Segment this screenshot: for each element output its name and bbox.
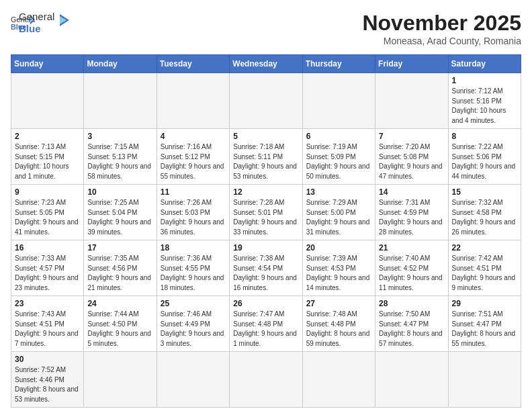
calendar-cell: 3Sunrise: 7:15 AM Sunset: 5:13 PM Daylig… <box>84 129 157 185</box>
calendar-cell: 10Sunrise: 7:25 AM Sunset: 5:04 PM Dayli… <box>84 185 157 240</box>
calendar-cell: 20Sunrise: 7:39 AM Sunset: 4:53 PM Dayli… <box>302 240 375 296</box>
day-number: 28 <box>379 299 444 308</box>
day-info: Sunrise: 7:38 AM Sunset: 4:54 PM Dayligh… <box>233 254 298 293</box>
day-number: 14 <box>379 187 444 197</box>
calendar-cell <box>230 352 302 408</box>
title-block: November 2025 Moneasa, Arad County, Roma… <box>362 11 521 46</box>
calendar-cell <box>375 73 448 129</box>
day-info: Sunrise: 7:40 AM Sunset: 4:52 PM Dayligh… <box>379 254 444 293</box>
calendar-cell: 23Sunrise: 7:43 AM Sunset: 4:51 PM Dayli… <box>11 296 84 352</box>
weekday-header-sunday: Sunday <box>11 55 84 73</box>
day-number: 29 <box>452 299 517 308</box>
weekday-header-wednesday: Wednesday <box>230 55 302 73</box>
calendar-cell <box>157 73 229 129</box>
calendar-cell: 12Sunrise: 7:28 AM Sunset: 5:01 PM Dayli… <box>230 185 302 240</box>
day-number: 26 <box>233 299 298 308</box>
calendar-cell <box>302 73 375 129</box>
day-info: Sunrise: 7:26 AM Sunset: 5:03 PM Dayligh… <box>161 198 226 237</box>
day-number: 5 <box>233 132 298 141</box>
calendar-cell: 2Sunrise: 7:13 AM Sunset: 5:15 PM Daylig… <box>11 129 84 185</box>
calendar-cell: 30Sunrise: 7:52 AM Sunset: 4:46 PM Dayli… <box>11 352 84 408</box>
day-info: Sunrise: 7:42 AM Sunset: 4:51 PM Dayligh… <box>452 254 517 293</box>
day-info: Sunrise: 7:52 AM Sunset: 4:46 PM Dayligh… <box>15 365 80 404</box>
calendar-cell: 19Sunrise: 7:38 AM Sunset: 4:54 PM Dayli… <box>230 240 302 296</box>
day-number: 6 <box>306 132 371 141</box>
calendar-week-row: 30Sunrise: 7:52 AM Sunset: 4:46 PM Dayli… <box>11 352 521 408</box>
day-number: 27 <box>306 299 371 308</box>
day-number: 20 <box>306 243 371 253</box>
location-subtitle: Moneasa, Arad County, Romania <box>362 36 521 46</box>
calendar-cell: 28Sunrise: 7:50 AM Sunset: 4:47 PM Dayli… <box>375 296 448 352</box>
day-number: 8 <box>452 132 517 141</box>
day-number: 24 <box>87 299 152 308</box>
calendar-cell: 14Sunrise: 7:31 AM Sunset: 4:59 PM Dayli… <box>375 185 448 240</box>
calendar-cell <box>84 73 157 129</box>
day-number: 7 <box>379 132 444 141</box>
day-info: Sunrise: 7:25 AM Sunset: 5:04 PM Dayligh… <box>87 198 152 237</box>
day-number: 4 <box>161 132 226 141</box>
calendar-cell <box>448 352 521 408</box>
day-info: Sunrise: 7:29 AM Sunset: 5:00 PM Dayligh… <box>306 198 371 237</box>
day-number: 11 <box>161 187 226 197</box>
calendar-cell: 1Sunrise: 7:12 AM Sunset: 5:16 PM Daylig… <box>448 73 521 129</box>
day-number: 12 <box>233 187 298 197</box>
logo: General Blue General Blue <box>11 11 71 35</box>
day-number: 3 <box>87 132 152 141</box>
day-info: Sunrise: 7:32 AM Sunset: 4:58 PM Dayligh… <box>452 198 517 237</box>
day-info: Sunrise: 7:51 AM Sunset: 4:47 PM Dayligh… <box>452 310 517 349</box>
logo-general-text: General <box>19 11 54 23</box>
calendar-cell: 5Sunrise: 7:18 AM Sunset: 5:11 PM Daylig… <box>230 129 302 185</box>
day-info: Sunrise: 7:22 AM Sunset: 5:06 PM Dayligh… <box>452 142 517 181</box>
day-info: Sunrise: 7:48 AM Sunset: 4:48 PM Dayligh… <box>306 310 371 349</box>
day-info: Sunrise: 7:43 AM Sunset: 4:51 PM Dayligh… <box>15 310 80 349</box>
calendar-cell: 18Sunrise: 7:36 AM Sunset: 4:55 PM Dayli… <box>157 240 229 296</box>
calendar-cell: 22Sunrise: 7:42 AM Sunset: 4:51 PM Dayli… <box>448 240 521 296</box>
day-info: Sunrise: 7:36 AM Sunset: 4:55 PM Dayligh… <box>161 254 226 293</box>
day-info: Sunrise: 7:33 AM Sunset: 4:57 PM Dayligh… <box>15 254 80 293</box>
day-info: Sunrise: 7:18 AM Sunset: 5:11 PM Dayligh… <box>233 142 298 181</box>
day-number: 19 <box>233 243 298 253</box>
calendar-table: SundayMondayTuesdayWednesdayThursdayFrid… <box>11 54 521 408</box>
calendar-cell: 11Sunrise: 7:26 AM Sunset: 5:03 PM Dayli… <box>157 185 229 240</box>
day-number: 30 <box>15 355 80 364</box>
logo-blue-text: Blue <box>19 23 54 35</box>
calendar-cell: 27Sunrise: 7:48 AM Sunset: 4:48 PM Dayli… <box>302 296 375 352</box>
calendar-cell: 21Sunrise: 7:40 AM Sunset: 4:52 PM Dayli… <box>375 240 448 296</box>
calendar-cell <box>84 352 157 408</box>
calendar-cell: 6Sunrise: 7:19 AM Sunset: 5:09 PM Daylig… <box>302 129 375 185</box>
day-info: Sunrise: 7:35 AM Sunset: 4:56 PM Dayligh… <box>87 254 152 293</box>
day-number: 22 <box>452 243 517 253</box>
day-info: Sunrise: 7:12 AM Sunset: 5:16 PM Dayligh… <box>452 87 517 126</box>
calendar-cell <box>230 73 302 129</box>
weekday-header-friday: Friday <box>375 55 448 73</box>
day-number: 2 <box>15 132 80 141</box>
calendar-cell: 13Sunrise: 7:29 AM Sunset: 5:00 PM Dayli… <box>302 185 375 240</box>
day-number: 23 <box>15 299 80 308</box>
day-number: 17 <box>87 243 152 253</box>
calendar-cell: 16Sunrise: 7:33 AM Sunset: 4:57 PM Dayli… <box>11 240 84 296</box>
calendar-cell <box>11 73 84 129</box>
day-number: 16 <box>15 243 80 253</box>
weekday-header-thursday: Thursday <box>302 55 375 73</box>
day-number: 1 <box>452 76 517 85</box>
day-info: Sunrise: 7:47 AM Sunset: 4:48 PM Dayligh… <box>233 310 298 349</box>
day-info: Sunrise: 7:13 AM Sunset: 5:15 PM Dayligh… <box>15 142 80 181</box>
calendar-cell: 8Sunrise: 7:22 AM Sunset: 5:06 PM Daylig… <box>448 129 521 185</box>
calendar-week-row: 2Sunrise: 7:13 AM Sunset: 5:15 PM Daylig… <box>11 129 521 185</box>
calendar-cell <box>375 352 448 408</box>
day-info: Sunrise: 7:50 AM Sunset: 4:47 PM Dayligh… <box>379 310 444 349</box>
calendar-cell: 29Sunrise: 7:51 AM Sunset: 4:47 PM Dayli… <box>448 296 521 352</box>
weekday-header-tuesday: Tuesday <box>157 55 229 73</box>
day-number: 25 <box>161 299 226 308</box>
day-info: Sunrise: 7:23 AM Sunset: 5:05 PM Dayligh… <box>15 198 80 237</box>
day-number: 9 <box>15 187 80 197</box>
calendar-cell: 26Sunrise: 7:47 AM Sunset: 4:48 PM Dayli… <box>230 296 302 352</box>
calendar-week-row: 16Sunrise: 7:33 AM Sunset: 4:57 PM Dayli… <box>11 240 521 296</box>
day-info: Sunrise: 7:15 AM Sunset: 5:13 PM Dayligh… <box>87 142 152 181</box>
day-info: Sunrise: 7:46 AM Sunset: 4:49 PM Dayligh… <box>161 310 226 349</box>
calendar-cell <box>157 352 229 408</box>
calendar-week-row: 1Sunrise: 7:12 AM Sunset: 5:16 PM Daylig… <box>11 73 521 129</box>
weekday-header-saturday: Saturday <box>448 55 521 73</box>
day-number: 18 <box>161 243 226 253</box>
calendar-cell <box>302 352 375 408</box>
